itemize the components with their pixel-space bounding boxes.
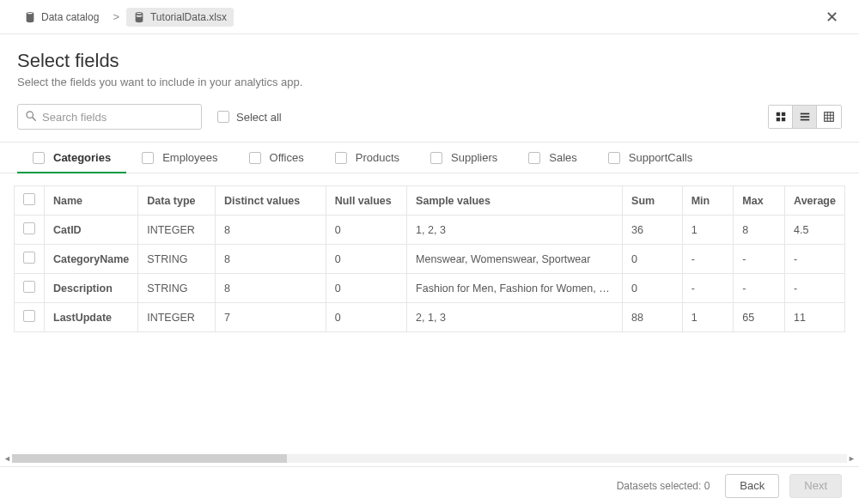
scroll-right-icon[interactable]: ► — [848, 454, 856, 463]
breadcrumb: Data catalog > TutorialData.xlsx ✕ — [0, 0, 859, 34]
tab-checkbox[interactable] — [335, 152, 347, 164]
database-icon — [133, 11, 145, 23]
cell-max: 65 — [734, 303, 785, 332]
page-header: Select fields Select the fields you want… — [0, 34, 859, 99]
tab-checkbox[interactable] — [33, 152, 45, 164]
column-header-null[interactable]: Null values — [326, 186, 406, 216]
tab-checkbox[interactable] — [142, 152, 154, 164]
table-row[interactable]: DescriptionSTRING80Fashion for Men, Fash… — [15, 274, 845, 303]
column-header-sum[interactable]: Sum — [623, 186, 683, 216]
svg-rect-7 — [800, 116, 809, 118]
close-icon[interactable]: ✕ — [822, 4, 842, 30]
tab-label: Products — [356, 151, 399, 164]
cell-sample: 1, 2, 3 — [407, 216, 623, 245]
tab-checkbox[interactable] — [430, 152, 442, 164]
cell-max: - — [734, 245, 785, 274]
cell-sum: 36 — [623, 216, 683, 245]
cell-sum: 0 — [623, 274, 683, 303]
cell-avg: - — [785, 274, 845, 303]
cell-sum: 88 — [623, 303, 683, 332]
row-checkbox-cell — [15, 303, 45, 332]
view-list-button[interactable] — [793, 106, 817, 128]
cell-distinct: 8 — [215, 216, 326, 245]
page-subtitle: Select the fields you want to include in… — [17, 76, 842, 88]
view-table-button[interactable] — [817, 106, 841, 128]
column-header-avg[interactable]: Average — [785, 186, 845, 216]
next-button[interactable]: Next — [789, 474, 842, 498]
svg-rect-5 — [781, 118, 784, 121]
select-all-checkbox[interactable] — [217, 111, 229, 123]
tab-supportcalls[interactable]: SupportCalls — [593, 143, 708, 173]
cell-sample: Fashion for Men, Fashion for Women, Spor… — [407, 274, 623, 303]
row-checkbox[interactable] — [23, 252, 35, 264]
tab-employees[interactable]: Employees — [126, 143, 233, 173]
catalog-icon — [24, 11, 36, 23]
svg-line-1 — [33, 117, 36, 120]
cell-min: 1 — [682, 303, 734, 332]
tab-checkbox[interactable] — [608, 152, 620, 164]
view-grid-button[interactable] — [769, 106, 793, 128]
cell-distinct: 8 — [215, 274, 326, 303]
back-button[interactable]: Back — [725, 474, 779, 498]
row-checkbox-cell — [15, 216, 45, 245]
view-switch — [768, 105, 842, 129]
column-header-name[interactable]: Name — [45, 186, 138, 216]
cell-name: CategoryName — [45, 245, 138, 274]
tab-sales[interactable]: Sales — [513, 143, 593, 173]
column-header-sample[interactable]: Sample values — [407, 186, 623, 216]
tab-checkbox[interactable] — [528, 152, 540, 164]
cell-min: 1 — [682, 216, 734, 245]
cell-type: INTEGER — [138, 216, 216, 245]
cell-distinct: 8 — [215, 245, 326, 274]
cell-avg: 11 — [785, 303, 845, 332]
cell-min: - — [682, 245, 734, 274]
datasets-selected-status: Datasets selected: 0 — [617, 480, 710, 492]
search-icon — [25, 110, 37, 124]
tabs-container: Categories Employees Offices Products Su… — [0, 142, 859, 173]
column-header-max[interactable]: Max — [734, 186, 785, 216]
row-checkbox-cell — [15, 245, 45, 274]
cell-avg: - — [785, 245, 845, 274]
table-header-row: Name Data type Distinct values Null valu… — [15, 186, 845, 216]
cell-null: 0 — [326, 216, 406, 245]
tab-categories[interactable]: Categories — [17, 143, 126, 173]
row-checkbox[interactable] — [23, 281, 35, 293]
scroll-left-icon[interactable]: ◄ — [3, 454, 11, 463]
search-box[interactable] — [17, 104, 202, 130]
select-all[interactable]: Select all — [217, 111, 282, 124]
horizontal-scrollbar[interactable]: ◄ ► — [12, 454, 847, 463]
select-all-label: Select all — [236, 111, 282, 124]
table-row[interactable]: CatIDINTEGER801, 2, 336184.5 — [15, 216, 845, 245]
cell-type: STRING — [138, 274, 216, 303]
header-checkbox-cell — [15, 186, 45, 216]
header-checkbox[interactable] — [23, 193, 35, 205]
row-checkbox[interactable] — [23, 222, 35, 234]
tab-label: Sales — [549, 151, 577, 164]
cell-name: Description — [45, 274, 138, 303]
svg-rect-4 — [776, 118, 779, 121]
row-checkbox[interactable] — [23, 310, 35, 322]
tab-checkbox[interactable] — [249, 152, 261, 164]
column-header-type[interactable]: Data type — [138, 186, 216, 216]
cell-name: LastUpdate — [45, 303, 138, 332]
tab-offices[interactable]: Offices — [234, 143, 320, 173]
tab-label: Employees — [162, 151, 217, 164]
breadcrumb-current[interactable]: TutorialData.xlsx — [126, 8, 234, 27]
search-input[interactable] — [42, 111, 194, 124]
tab-suppliers[interactable]: Suppliers — [415, 143, 513, 173]
toolbar: Select all — [0, 99, 859, 142]
tab-label: Categories — [53, 151, 111, 164]
tab-products[interactable]: Products — [320, 143, 415, 173]
cell-type: STRING — [138, 245, 216, 274]
scrollbar-thumb[interactable] — [12, 454, 287, 463]
table-row[interactable]: CategoryNameSTRING80Menswear, Womenswear… — [15, 245, 845, 274]
column-header-distinct[interactable]: Distinct values — [215, 186, 326, 216]
tab-label: SupportCalls — [629, 151, 692, 164]
cell-avg: 4.5 — [785, 216, 845, 245]
cell-sum: 0 — [623, 245, 683, 274]
breadcrumb-root[interactable]: Data catalog — [17, 8, 106, 27]
column-header-min[interactable]: Min — [682, 186, 734, 216]
breadcrumb-current-label: TutorialData.xlsx — [150, 11, 227, 23]
table-row[interactable]: LastUpdateINTEGER702, 1, 38816511 — [15, 303, 845, 332]
cell-sample: 2, 1, 3 — [407, 303, 623, 332]
